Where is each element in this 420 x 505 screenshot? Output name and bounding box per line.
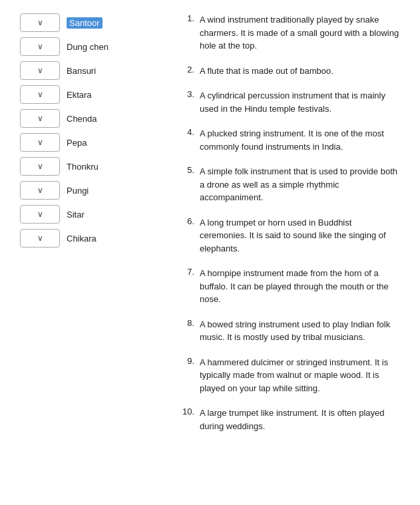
item-number: 1.	[180, 13, 194, 23]
description-item: 7.A hornpipe instrument made from the ho…	[180, 267, 400, 306]
item-number: 6.	[180, 216, 194, 226]
item-number: 8.	[180, 318, 194, 328]
dropdown-bansuri[interactable]: ∨	[20, 61, 60, 80]
description-item: 4.A plucked string instrument. It is one…	[180, 127, 400, 153]
dropdown-santoor[interactable]: ∨	[20, 13, 60, 32]
item-description-text: A plucked string instrument. It is one o…	[200, 127, 400, 153]
description-item: 2.A flute that is made out of bamboo.	[180, 65, 400, 78]
item-description-text: A bowed string instrument used to play I…	[200, 318, 400, 344]
item-number: 7.	[180, 267, 194, 277]
instrument-row: ∨Sitar	[20, 205, 153, 224]
dropdown-dung-chen[interactable]: ∨	[20, 37, 60, 56]
instrument-row: ∨Chenda	[20, 109, 153, 128]
instrument-row: ∨Bansuri	[20, 61, 153, 80]
dropdown-sitar[interactable]: ∨	[20, 205, 60, 224]
instrument-label-bansuri: Bansuri	[67, 66, 96, 76]
description-item: 9.A hammered dulcimer or stringed instru…	[180, 356, 400, 395]
item-description-text: A hornpipe instrument made from the horn…	[200, 267, 400, 306]
description-item: 1.A wind instrument traditionally played…	[180, 13, 400, 53]
description-item: 3.A cylindrical percussion instrument th…	[180, 89, 400, 115]
instrument-row: ∨Pungi	[20, 181, 153, 200]
instrument-label-dung-chen: Dung chen	[67, 42, 108, 52]
item-description-text: A flute that is made out of bamboo.	[200, 65, 333, 78]
item-description-text: A cylindrical percussion instrument that…	[200, 89, 400, 115]
dropdown-ektara[interactable]: ∨	[20, 85, 60, 104]
dropdown-chikara[interactable]: ∨	[20, 229, 60, 248]
instrument-row: ∨Chikara	[20, 229, 153, 248]
instrument-label-chikara: Chikara	[67, 234, 97, 244]
item-number: 2.	[180, 65, 194, 75]
instrument-label-santoor: Santoor	[67, 17, 103, 29]
description-item: 6.A long trumpet or horn used in Buddhis…	[180, 216, 400, 255]
item-description-text: A simple folk instrument that is used to…	[200, 165, 400, 204]
instrument-row: ∨Santoor	[20, 13, 153, 32]
dropdown-chenda[interactable]: ∨	[20, 109, 60, 128]
description-list: 1.A wind instrument traditionally played…	[180, 13, 400, 432]
instrument-row: ∨Thonkru	[20, 157, 153, 176]
instrument-row: ∨Dung chen	[20, 37, 153, 56]
description-item: 8.A bowed string instrument used to play…	[180, 318, 400, 344]
description-item: 5.A simple folk instrument that is used …	[180, 165, 400, 204]
instrument-label-chenda: Chenda	[67, 114, 97, 124]
instrument-label-ektara: Ektara	[67, 90, 92, 100]
item-number: 3.	[180, 89, 194, 99]
instrument-row: ∨Ektara	[20, 85, 153, 104]
instrument-label-pungi: Pungi	[67, 186, 89, 196]
main-layout: ∨Santoor∨Dung chen∨Bansuri∨Ektara∨Chenda…	[20, 13, 400, 444]
item-number: 9.	[180, 356, 194, 366]
dropdown-thonkru[interactable]: ∨	[20, 157, 60, 176]
item-number: 5.	[180, 165, 194, 175]
item-description-text: A large trumpet like instrument. It is o…	[200, 407, 400, 432]
instrument-label-thonkru: Thonkru	[67, 162, 99, 172]
item-number: 10.	[180, 407, 194, 417]
item-number: 4.	[180, 127, 194, 137]
item-description-text: A wind instrument traditionally played b…	[200, 13, 400, 53]
instrument-row: ∨Pepa	[20, 133, 153, 152]
instrument-label-pepa: Pepa	[67, 138, 87, 148]
item-description-text: A hammered dulcimer or stringed instrume…	[200, 356, 400, 395]
dropdown-pungi[interactable]: ∨	[20, 181, 60, 200]
instrument-label-sitar: Sitar	[67, 210, 85, 220]
descriptions-panel: 1.A wind instrument traditionally played…	[180, 13, 400, 444]
dropdown-pepa[interactable]: ∨	[20, 133, 60, 152]
instruments-list: ∨Santoor∨Dung chen∨Bansuri∨Ektara∨Chenda…	[20, 13, 153, 248]
description-item: 10.A large trumpet like instrument. It i…	[180, 407, 400, 432]
item-description-text: A long trumpet or horn used in Buddhist …	[200, 216, 400, 255]
